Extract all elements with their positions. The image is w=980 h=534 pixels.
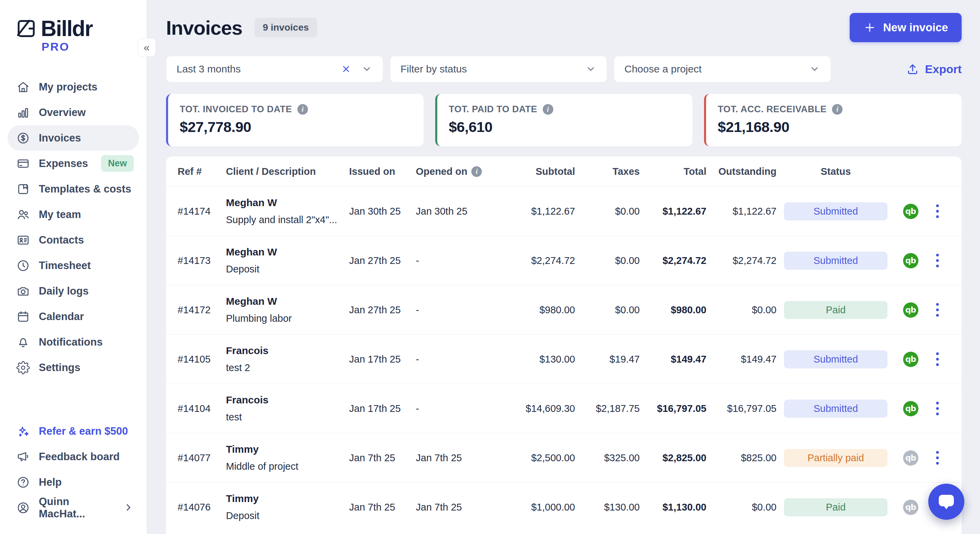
invoice-row[interactable]: #14173Meghan WDepositJan 27th 25-$2,274.… xyxy=(166,236,962,285)
invoice-total: $2,825.00 xyxy=(640,452,706,464)
opened-on-date: Jan 30th 25 xyxy=(416,206,507,217)
users-icon xyxy=(16,208,30,221)
status-badge: Partially paid xyxy=(784,449,888,467)
billdr-logo-icon xyxy=(16,18,37,39)
invoice-row[interactable]: #14077TimmyMiddle of projectJan 7th 25Ja… xyxy=(166,433,962,482)
row-actions-menu-button[interactable] xyxy=(926,201,949,221)
camera-icon xyxy=(16,284,30,298)
sidebar-item-invoices[interactable]: Invoices xyxy=(8,125,139,151)
quickbooks-icon: qb xyxy=(903,500,918,515)
sidebar-item-contacts[interactable]: Contacts xyxy=(8,227,139,253)
home-icon xyxy=(16,80,30,94)
column-header-label: Total xyxy=(684,166,706,177)
row-actions-menu-button[interactable] xyxy=(926,300,949,320)
column-header-status: Status xyxy=(776,166,895,177)
status-filter-placeholder: Filter by status xyxy=(401,63,467,75)
quickbooks-icon: qb xyxy=(903,401,918,416)
sidebar-item-daily-logs[interactable]: Daily logs xyxy=(8,278,139,304)
invoice-description: test 2 xyxy=(226,362,349,373)
date-range-value: Last 3 months xyxy=(177,63,240,75)
invoice-total: $1,130.00 xyxy=(640,502,706,513)
column-header-label: Issued on xyxy=(349,166,395,177)
opened-on-date: - xyxy=(416,304,507,316)
invoice-row[interactable]: #14174Meghan WSupply and install 2"x4"..… xyxy=(166,186,962,236)
invoice-count-badge: 9 invoices xyxy=(255,18,317,37)
brand-logo: Billdr PRO xyxy=(0,18,147,52)
info-icon[interactable]: i xyxy=(471,166,482,177)
sidebar-item-label: Notifications xyxy=(39,336,103,348)
status-cell: Partially paid xyxy=(776,449,895,467)
sidebar-collapse-button[interactable]: « xyxy=(137,38,156,56)
row-actions-menu-button[interactable] xyxy=(926,398,949,419)
page-header: Invoices 9 invoices New invoice xyxy=(166,13,962,42)
invoice-subtotal: $130.00 xyxy=(507,354,575,365)
invoice-total: $16,797.05 xyxy=(640,403,706,414)
invoice-row[interactable]: #14076TimmyDepositJan 7th 25Jan 7th 25$1… xyxy=(166,482,962,532)
invoice-subtotal: $980.00 xyxy=(507,304,575,316)
sidebar-item-templates-costs[interactable]: Templates & costs xyxy=(8,176,139,202)
sidebar-item-expenses[interactable]: ExpensesNew xyxy=(8,151,139,176)
invoice-row[interactable]: #14105Francoistest 2Jan 17th 25-$130.00$… xyxy=(166,334,962,384)
column-header-label: Client / Description xyxy=(226,166,316,177)
invoice-description: Deposit xyxy=(226,510,349,521)
column-header-label: Taxes xyxy=(612,166,640,177)
invoice-client-cell: Meghan WSupply and install 2"x4"... xyxy=(226,197,349,226)
qb-cell: qb xyxy=(895,352,926,367)
sidebar-item-calendar[interactable]: Calendar xyxy=(8,304,139,329)
clear-date-filter-icon[interactable] xyxy=(340,64,352,75)
calendar-icon xyxy=(16,310,30,323)
invoice-taxes: $0.00 xyxy=(575,304,640,316)
stat-label: TOT. ACC. RECEIVABLE xyxy=(718,104,827,114)
invoice-subtotal: $14,609.30 xyxy=(507,403,575,414)
qb-cell: qb xyxy=(895,500,926,515)
opened-on-date: Jan 7th 25 xyxy=(416,452,507,464)
sidebar-item-my-projects[interactable]: My projects xyxy=(8,74,139,100)
info-icon[interactable]: i xyxy=(543,104,553,114)
sidebar-item-timesheet[interactable]: Timesheet xyxy=(8,253,139,278)
bell-icon xyxy=(16,335,30,349)
row-actions-menu-button[interactable] xyxy=(926,448,949,468)
invoice-total: $149.47 xyxy=(640,354,706,365)
info-icon[interactable]: i xyxy=(298,104,308,114)
invoice-row[interactable]: #14104FrancoistestJan 17th 25-$14,609.30… xyxy=(166,384,962,433)
qb-cell: qb xyxy=(895,401,926,416)
issued-on-date: Jan 7th 25 xyxy=(349,452,416,464)
clock-icon xyxy=(16,259,30,272)
row-actions-menu-button[interactable] xyxy=(926,250,949,271)
sidebar-item-notifications[interactable]: Notifications xyxy=(8,329,139,355)
sidebar-item-my-team[interactable]: My team xyxy=(8,202,139,227)
sidebar-item-label: Feedback board xyxy=(39,451,120,463)
sidebar-item-label: My team xyxy=(39,208,81,221)
invoice-subtotal: $2,274.72 xyxy=(507,255,575,266)
status-filter-select[interactable]: Filter by status xyxy=(390,56,607,82)
export-button[interactable]: Export xyxy=(906,62,962,76)
row-actions-menu-button[interactable] xyxy=(926,349,949,369)
invoice-row[interactable]: #14172Meghan WPlumbing laborJan 27th 25-… xyxy=(166,285,962,334)
megaphone-icon xyxy=(16,450,30,464)
status-badge: Paid xyxy=(784,498,888,516)
help-circle-icon xyxy=(16,475,30,489)
sidebar-item-feedback-board[interactable]: Feedback board xyxy=(8,444,139,469)
stat-card-0: TOT. INVOICED TO DATEi$27,778.90 xyxy=(166,94,424,146)
id-card-icon xyxy=(16,233,30,247)
chat-widget-button[interactable] xyxy=(928,484,964,520)
project-filter-select[interactable]: Choose a project xyxy=(614,56,831,82)
status-cell: Paid xyxy=(776,498,895,516)
sidebar-item-user-menu[interactable]: Quinn MacHat... xyxy=(8,495,139,520)
issued-on-date: Jan 17th 25 xyxy=(349,354,416,365)
invoice-subtotal: $2,500.00 xyxy=(507,452,575,464)
quickbooks-icon: qb xyxy=(903,253,918,269)
sidebar-item-label: Contacts xyxy=(39,234,84,246)
sidebar-item-help[interactable]: Help xyxy=(8,469,139,495)
invoice-client-cell: Meghan WPlumbing labor xyxy=(226,296,349,324)
status-badge: Submitted xyxy=(784,202,888,220)
filter-bar: Last 3 months Filter by status Choose a … xyxy=(166,56,962,82)
date-range-select[interactable]: Last 3 months xyxy=(166,56,383,82)
sidebar-item-settings[interactable]: Settings xyxy=(8,355,139,380)
invoice-description: Middle of project xyxy=(226,461,349,472)
invoice-client-cell: TimmyDeposit xyxy=(226,493,349,521)
new-invoice-button[interactable]: New invoice xyxy=(850,13,962,42)
info-icon[interactable]: i xyxy=(832,104,843,114)
sidebar-item-overview[interactable]: Overview xyxy=(8,100,139,125)
sidebar-item-refer-earn[interactable]: Refer & earn $500 xyxy=(8,418,139,444)
